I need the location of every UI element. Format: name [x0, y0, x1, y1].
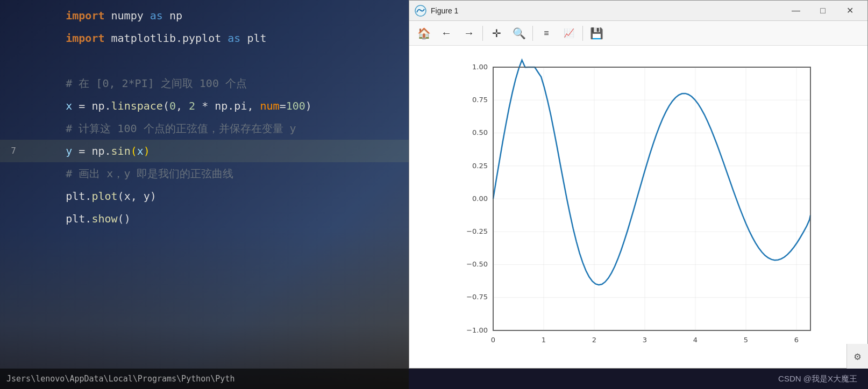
- maximize-button[interactable]: □: [810, 1, 835, 21]
- toolbar-separator-1: [482, 26, 483, 41]
- svg-text:0.00: 0.00: [472, 195, 488, 203]
- figure-window[interactable]: Figure 1 — □ ✕ 🏠 ← → ✛ 🔍 ≡ 📈 💾: [409, 0, 868, 369]
- svg-text:−0.25: −0.25: [466, 227, 488, 235]
- sine-chart: 1.00 0.75 0.50 0.25 0.00 −0.25 −0.50: [456, 56, 821, 357]
- csdn-bar: CSDN @我是X大魔王: [409, 369, 868, 389]
- svg-text:0.75: 0.75: [472, 96, 488, 104]
- code-line-10: plt.show(): [0, 207, 409, 230]
- path-bar: Jsers\lenovo\AppData\Local\Programs\Pyth…: [0, 369, 409, 389]
- code-line-2: import matplotlib.pyplot as plt: [0, 27, 409, 49]
- chart-container: 1.00 0.75 0.50 0.25 0.00 −0.25 −0.50: [409, 46, 867, 368]
- close-button[interactable]: ✕: [837, 1, 862, 21]
- figure-title: Figure 1: [431, 6, 784, 15]
- path-text: Jsers\lenovo\AppData\Local\Programs\Pyth…: [6, 374, 234, 384]
- forward-button[interactable]: →: [459, 24, 479, 43]
- save-button[interactable]: 💾: [586, 24, 607, 43]
- home-button[interactable]: 🏠: [414, 24, 434, 43]
- svg-text:6: 6: [794, 336, 799, 344]
- svg-text:3: 3: [643, 336, 647, 344]
- line-number-7: 7: [0, 140, 16, 162]
- back-button[interactable]: ←: [436, 24, 457, 43]
- toolbar-separator-3: [582, 26, 583, 41]
- svg-text:5: 5: [744, 336, 748, 344]
- customize-button[interactable]: 📈: [559, 24, 579, 43]
- svg-text:1: 1: [542, 336, 546, 344]
- figure-toolbar: 🏠 ← → ✛ 🔍 ≡ 📈 💾: [409, 21, 867, 46]
- svg-text:0.50: 0.50: [472, 128, 488, 136]
- title-bar: Figure 1 — □ ✕: [409, 1, 867, 21]
- gear-icon[interactable]: ⚙: [854, 350, 860, 363]
- svg-text:2: 2: [592, 336, 596, 344]
- settings-panel: ⚙: [846, 344, 868, 369]
- csdn-watermark: CSDN @我是X大魔王: [778, 374, 857, 384]
- svg-text:−0.50: −0.50: [466, 260, 488, 268]
- chart-wrapper: 1.00 0.75 0.50 0.25 0.00 −0.25 −0.50: [456, 56, 821, 357]
- window-controls: — □ ✕: [784, 1, 862, 21]
- subplots-button[interactable]: ≡: [536, 24, 557, 43]
- minimize-button[interactable]: —: [784, 1, 808, 21]
- code-text-10: plt.show(): [27, 185, 131, 253]
- matplotlib-icon: [415, 5, 426, 17]
- svg-text:−0.75: −0.75: [466, 293, 488, 301]
- svg-text:0: 0: [491, 336, 495, 344]
- svg-text:1.00: 1.00: [472, 63, 488, 71]
- svg-text:−1.00: −1.00: [466, 326, 488, 334]
- svg-text:4: 4: [693, 336, 698, 344]
- toolbar-separator-2: [532, 26, 533, 41]
- svg-text:0.25: 0.25: [472, 162, 488, 170]
- code-editor: import numpy as np import matplotlib.pyp…: [0, 0, 409, 234]
- pan-button[interactable]: ✛: [486, 24, 507, 43]
- zoom-button[interactable]: 🔍: [509, 24, 529, 43]
